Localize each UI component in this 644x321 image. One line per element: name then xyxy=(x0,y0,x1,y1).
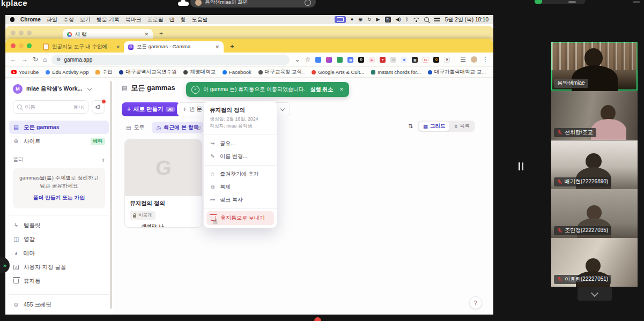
bookmark-facebook[interactable]: Facebook xyxy=(223,69,251,75)
menubar-datetime[interactable]: 5월 2일 (목) 18:10 xyxy=(445,16,488,24)
home-icon[interactable]: ⌂ xyxy=(43,56,47,63)
menu-item-duplicate[interactable]: ⧉ 복제 xyxy=(204,181,277,193)
new-tab-button[interactable]: + xyxy=(230,42,234,50)
menu-edit[interactable]: 수정 xyxy=(63,16,74,24)
menu-item-copy-link[interactable]: ⊶ 링크 복사 xyxy=(204,193,277,206)
sidebar-item-sites[interactable]: ⊕ 사이트 베타 xyxy=(9,135,109,148)
browser-menu-icon[interactable]: ⋮ xyxy=(482,56,488,63)
gray-ext-icon[interactable]: ▭ xyxy=(390,57,396,63)
collapse-panel-button[interactable] xyxy=(578,287,612,301)
card-more-button[interactable]: ⋯ xyxy=(187,227,197,228)
korean-input-icon[interactable]: 한 xyxy=(385,17,391,23)
filter-all[interactable]: ▤ 모두 xyxy=(122,122,149,133)
flower-ext-icon[interactable]: ✺ xyxy=(401,57,407,63)
sidebar-item-trash[interactable]: 휴지통 xyxy=(9,274,109,288)
site-settings-icon[interactable]: ⚙ xyxy=(56,57,61,62)
d-ext-icon[interactable]: D xyxy=(358,57,364,63)
tab-close-icon[interactable]: ✕ xyxy=(215,44,219,50)
sidebar-item-credits[interactable]: ⊜ 455 크레딧 xyxy=(9,298,109,311)
sidebar-item-themes[interactable]: ◕ 테마 xyxy=(9,247,109,260)
create-new-button[interactable]: + 새로 만들기 AI xyxy=(122,102,180,116)
back-tab-newtab[interactable]: 새 탭 ✕ xyxy=(63,29,153,40)
sidebar-scrollbar[interactable] xyxy=(110,81,112,309)
sidebar-item-inspiration[interactable]: ◫ 영감 xyxy=(9,233,109,246)
traffic-min-icon[interactable] xyxy=(19,43,24,48)
bookmark-class[interactable]: 수업 xyxy=(95,69,112,76)
menu-file[interactable]: 파일 xyxy=(47,16,57,24)
qr-ext-icon[interactable]: ▩ xyxy=(412,57,418,63)
traffic-close-icon[interactable] xyxy=(11,43,16,48)
spotlight-search-icon[interactable] xyxy=(424,17,429,22)
q-ext-icon[interactable]: Q xyxy=(433,57,439,63)
bookmark-edu-activity[interactable]: Edu Activity App xyxy=(46,69,88,75)
apple-menu-icon[interactable] xyxy=(10,17,14,22)
bookmarks-overflow-icon[interactable]: » xyxy=(493,69,493,75)
volume-icon[interactable]: ◀) xyxy=(396,17,401,22)
menu-profiles[interactable]: 프로필 xyxy=(147,16,164,24)
toast-close-icon[interactable]: ✕ xyxy=(339,87,344,92)
menu-view[interactable]: 보기 xyxy=(80,16,91,24)
bookmark-star-icon[interactable]: ☆ xyxy=(305,56,310,63)
menu-bookmarks[interactable]: 북마크 xyxy=(125,16,142,24)
traffic-max-icon[interactable] xyxy=(27,31,32,35)
add-folder-icon[interactable]: + xyxy=(101,156,105,163)
bookmark-daegu-office[interactable]: 대구교육청 교직.. xyxy=(258,69,305,76)
tab-close-icon[interactable]: ✕ xyxy=(144,32,149,37)
bookmark-daegu-edu[interactable]: 대구광역시교육연수원 xyxy=(119,69,176,76)
help-button[interactable]: ? xyxy=(469,296,482,309)
grid-ext-icon[interactable]: ▦ xyxy=(347,57,353,63)
sidebar-item-custom-fonts[interactable]: A 사용자 지정 글꼴 xyxy=(9,260,109,274)
traffic-min-icon[interactable] xyxy=(19,31,24,35)
menu-item-share[interactable]: ↪ 공유... xyxy=(204,137,277,150)
play-ext-icon[interactable]: ▶ xyxy=(369,57,375,63)
bookmark-catholic-univ[interactable]: 대구가톨릭대학교 교... xyxy=(428,69,486,76)
sidebar-item-settings-members[interactable]: ⚙ 설정 및 구성원 xyxy=(9,312,109,315)
gamma-card-musical[interactable]: G 뮤지컬의 정의 비공개 생성자: 나 마지막 조회: 2개월 전 xyxy=(124,139,202,228)
sidebar-item-templates[interactable]: ϟ 템플릿 xyxy=(9,219,109,232)
control-center-icon[interactable] xyxy=(434,17,440,22)
screen-share-pill[interactable]: 음악샘miae의 화면 xyxy=(190,0,316,8)
participant-tile-baegihyeon[interactable]: 배기현(22226890) xyxy=(551,140,638,189)
menu-history[interactable]: 방문 기록 xyxy=(97,16,120,24)
new-tab-button[interactable]: + xyxy=(159,30,163,38)
menu-item-favorite[interactable]: ☆ 즐겨찾기에 추가 xyxy=(204,168,277,181)
grid-view-button[interactable]: ▦ 그리드 xyxy=(419,122,449,131)
sort-icon[interactable]: ⇅ xyxy=(408,123,413,130)
search-input[interactable]: 이동 ⌘+K xyxy=(13,100,88,114)
participant-tile-miae[interactable]: 음악샘miae xyxy=(551,42,638,91)
send-to-device-icon[interactable]: ⌄ xyxy=(294,56,300,63)
rec-ext-icon[interactable]: ● xyxy=(380,57,386,63)
traffic-close-icon[interactable] xyxy=(11,31,16,35)
browser-window-back[interactable]: 새 탭 ✕ + xyxy=(5,26,493,40)
tab-close-icon[interactable]: ✕ xyxy=(116,44,120,50)
play-status-icon[interactable]: ▶ xyxy=(376,17,380,22)
chat-status-icon[interactable]: ● xyxy=(351,17,353,22)
undo-link[interactable]: 실행 취소 xyxy=(310,86,334,93)
bookmark-youtube[interactable]: YouTube xyxy=(11,69,39,75)
list-view-button[interactable]: ≡ 목록 xyxy=(450,122,474,131)
green-ext-icon[interactable] xyxy=(337,57,343,63)
participant-tile-jominjeong[interactable]: 조민정(22227035) xyxy=(551,189,638,238)
creative-cloud-ext-icon[interactable] xyxy=(326,57,332,63)
bluetooth-icon[interactable]: ᛒ xyxy=(405,17,408,22)
menu-item-rename[interactable]: ✎ 이름 변경... xyxy=(204,150,277,163)
create-folder-link[interactable]: 폴더 만들기 또는 가입 xyxy=(17,194,101,202)
address-bar[interactable]: ⚙ gamma.app xyxy=(51,55,290,65)
announcements-button[interactable] xyxy=(92,100,105,114)
forward-icon[interactable]: → xyxy=(21,56,28,63)
bookmark-google-arts[interactable]: Google Arts & Cult... xyxy=(312,69,364,75)
extensions-puzzle-icon[interactable]: ❌︎ xyxy=(444,57,450,63)
tab-ai-tools[interactable]: 인공지능 도구 내 수업에 적용하기 ✕ xyxy=(39,41,124,53)
profile-avatar[interactable] xyxy=(471,56,477,63)
menu-tab[interactable]: 탭 xyxy=(169,16,175,24)
back-icon[interactable]: ← xyxy=(10,56,17,63)
reading-list-icon[interactable]: ☰ xyxy=(460,56,466,63)
creative-cloud-status-icon[interactable]: ◉ xyxy=(358,17,362,22)
participant-tile-ihyorim[interactable]: 이효림(22227051) xyxy=(551,238,638,287)
menu-window[interactable]: 창 xyxy=(181,16,186,24)
panel-resize-handle[interactable] xyxy=(519,162,523,170)
sidebar-item-all-gammas[interactable]: ▤ 모든 gammas xyxy=(9,121,109,134)
menubar-app-name[interactable]: Chrome xyxy=(20,17,41,23)
bookmark-keimyung[interactable]: 계명대학교 xyxy=(183,69,216,76)
traffic-max-icon[interactable] xyxy=(27,43,32,48)
